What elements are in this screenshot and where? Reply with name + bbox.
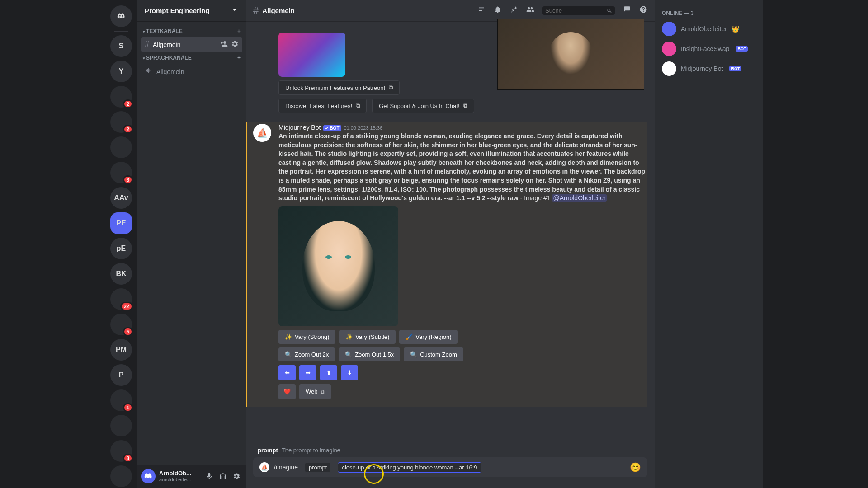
slash-command: /imagine <box>274 464 298 471</box>
bot-badge: BOT <box>729 66 741 71</box>
server-item[interactable] <box>110 415 132 436</box>
server-item[interactable]: 2 <box>110 86 132 108</box>
crown-icon: 👑 <box>731 25 739 33</box>
bot-badge: ✔ BOT <box>323 125 341 131</box>
add-channel-icon[interactable]: + <box>237 55 241 61</box>
pan-up-button[interactable]: ⬆ <box>320 365 337 380</box>
add-channel-icon[interactable]: + <box>237 28 241 34</box>
member-avatar <box>662 42 676 56</box>
external-link-icon: ⧉ <box>321 389 325 395</box>
server-item[interactable]: 1 <box>110 389 132 411</box>
favorite-button[interactable]: ❤️ <box>278 384 296 399</box>
zoom-out-2x-button[interactable]: 🔍 Zoom Out 2x <box>278 347 335 361</box>
web-button[interactable]: Web ⧉ <box>299 384 331 399</box>
members-list: Online — 3 ArnoldOberleiter 👑 InsightFac… <box>655 0 763 488</box>
support-link-button[interactable]: Get Support & Join Us In Chat!⧉ <box>372 99 474 113</box>
server-name: Prompt Engineering <box>145 7 209 14</box>
channel-sidebar: Prompt Engineering ▾Textkanäle + # Allge… <box>137 0 246 488</box>
message: ⛵ Midjourney Bot ✔ BOT 01.09.2023 15:36 … <box>246 122 647 407</box>
vary-region-button[interactable]: 🖌️ Vary (Region) <box>399 330 458 344</box>
gear-icon[interactable] <box>231 40 239 49</box>
pan-left-button[interactable]: ⬅ <box>278 365 296 380</box>
text-channels-header[interactable]: ▾Textkanäle + <box>141 25 242 37</box>
message-input[interactable]: ⛵ /imagine prompt close-up of a striking… <box>253 457 647 477</box>
external-link-icon: ⧉ <box>389 84 393 91</box>
server-item[interactable]: 5 <box>110 314 132 335</box>
slash-option-chip: prompt <box>305 463 330 472</box>
webcam-overlay <box>497 19 644 90</box>
deafen-icon[interactable] <box>217 470 229 482</box>
server-item-active[interactable]: PE <box>110 212 132 234</box>
bot-badge: BOT <box>736 46 748 52</box>
server-item[interactable]: 3 <box>110 162 132 183</box>
server-item[interactable] <box>110 136 132 158</box>
member-item[interactable]: Midjourney Bot BOT <box>658 59 760 79</box>
vary-strong-button[interactable]: ✨ Vary (Strong) <box>278 330 335 344</box>
vary-subtle-button[interactable]: ✨ Vary (Subtle) <box>339 330 396 344</box>
generated-image[interactable] <box>278 206 398 326</box>
search-box[interactable] <box>542 6 615 15</box>
author-avatar[interactable]: ⛵ <box>253 124 271 142</box>
user-panel: ArnoldOb... arnoldoberle... <box>137 465 246 488</box>
inbox-icon[interactable] <box>623 5 631 16</box>
member-avatar <box>662 61 676 76</box>
member-item[interactable]: ArnoldOberleiter 👑 <box>658 19 760 39</box>
voice-channels-header[interactable]: ▾Sprachkanäle + <box>141 52 242 64</box>
pan-down-button[interactable]: ⬇ <box>341 365 358 380</box>
server-item[interactable]: BK <box>110 263 132 285</box>
chevron-down-icon <box>231 6 239 15</box>
zoom-out-15x-button[interactable]: 🔍 Zoom Out 1.5x <box>339 347 400 361</box>
server-item[interactable]: pE <box>110 238 132 259</box>
prompt-value[interactable]: close-up of a striking young blonde woma… <box>338 462 481 473</box>
user-tag: arnoldoberle... <box>159 477 200 482</box>
command-app-icon: ⛵ <box>259 462 269 472</box>
timestamp: 01.09.2023 15:36 <box>344 125 383 131</box>
invite-icon[interactable] <box>220 40 228 49</box>
author-name[interactable]: Midjourney Bot <box>278 124 321 131</box>
user-avatar[interactable] <box>141 469 156 483</box>
channel-name: Allgemein <box>262 7 295 14</box>
hash-icon: # <box>253 5 259 17</box>
home-button[interactable] <box>110 5 132 27</box>
online-heading: Online — 3 <box>658 7 760 19</box>
server-header[interactable]: Prompt Engineering <box>137 0 246 22</box>
server-item[interactable]: Y <box>110 61 132 82</box>
channel-item-allgemein[interactable]: # Allgemein <box>141 37 242 52</box>
external-link-icon: ⧉ <box>463 102 467 109</box>
search-icon <box>607 8 612 14</box>
channel-header: # Allgemein <box>246 0 655 22</box>
pin-icon[interactable] <box>510 5 518 16</box>
message-content: An intimate close-up of a striking young… <box>278 132 647 203</box>
hash-icon: # <box>145 40 149 49</box>
input-area: promptThe prompt to imagine ⛵ /imagine p… <box>246 444 655 488</box>
server-divider <box>114 31 128 32</box>
slash-option-hint: promptThe prompt to imagine <box>253 444 647 457</box>
mute-icon[interactable] <box>203 470 215 482</box>
discover-link-button[interactable]: Discover Latest Features!⧉ <box>278 99 367 113</box>
discord-icon <box>117 12 125 20</box>
external-link-icon: ⧉ <box>356 102 360 109</box>
search-input[interactable] <box>545 7 604 14</box>
help-icon[interactable] <box>639 5 647 16</box>
custom-zoom-button[interactable]: 🔍 Custom Zoom <box>404 347 463 361</box>
settings-icon[interactable] <box>231 470 242 482</box>
image-attachment[interactable] <box>278 33 345 77</box>
server-item[interactable]: PM <box>110 339 132 361</box>
server-item[interactable]: 2 <box>110 111 132 133</box>
threads-icon[interactable] <box>477 5 486 16</box>
members-icon[interactable] <box>526 5 534 16</box>
server-item[interactable] <box>110 465 132 487</box>
emoji-picker-icon[interactable]: 😊 <box>630 462 641 473</box>
server-item[interactable]: 3 <box>110 440 132 462</box>
notifications-icon[interactable] <box>494 5 502 16</box>
user-mention[interactable]: @ArnoldOberleiter <box>552 194 606 202</box>
patreon-link-button[interactable]: Unlock Premium Features on Patreon!⧉ <box>278 80 400 95</box>
server-item[interactable]: S <box>110 35 132 57</box>
member-avatar <box>662 22 676 36</box>
voice-channel-item[interactable]: Allgemein <box>141 64 242 80</box>
server-item[interactable]: AAv <box>110 187 132 209</box>
member-item[interactable]: InsightFaceSwap BOT <box>658 39 760 59</box>
pan-right-button[interactable]: ➡ <box>299 365 316 380</box>
server-item[interactable]: P <box>110 364 132 386</box>
server-item[interactable]: 22 <box>110 288 132 310</box>
